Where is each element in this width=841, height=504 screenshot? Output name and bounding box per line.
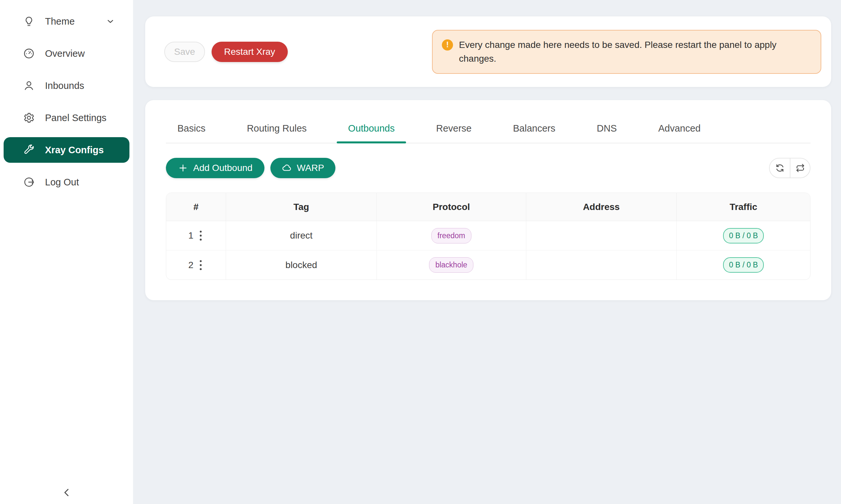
plus-icon [178,163,188,173]
row-index: 1 [188,230,193,241]
alert-warning: ! Every change made here needs to be sav… [432,30,821,74]
repeat-icon [795,163,805,173]
row-menu-button[interactable] [198,229,204,242]
table-header-row: # Tag Protocol Address Traffic [166,193,810,221]
toolbar-buttons: Save Restart Xray [164,42,288,62]
tab-outbounds[interactable]: Outbounds [337,123,406,143]
save-button[interactable]: Save [164,42,205,62]
protocol-badge: freedom [431,228,471,244]
toolbar-card: Save Restart Xray ! Every change made he… [145,16,831,87]
table-row: 1 direct fr [166,221,810,250]
xray-configs-card: Basics Routing Rules Outbounds Reverse B… [145,100,831,300]
sidebar: Theme Overview [0,0,133,504]
tab-reverse[interactable]: Reverse [425,123,483,143]
chevron-down-icon [106,17,115,26]
app-root: Theme Overview [0,0,841,504]
tab-routing-rules[interactable]: Routing Rules [235,123,318,143]
col-header-tag: Tag [226,193,377,221]
wrench-icon [23,144,35,156]
traffic-badge: 0 B / 0 B [723,257,764,273]
main-content: Save Restart Xray ! Every change made he… [133,0,841,504]
sidebar-item-inbounds[interactable]: Inbounds [4,75,130,96]
alert-text: Every change made here needs to be saved… [459,38,811,66]
tab-basics[interactable]: Basics [166,123,217,143]
sidebar-item-label: Xray Configs [45,145,104,156]
user-icon [23,80,35,92]
table-row: 2 blocked b [166,250,810,280]
sidebar-item-panel-settings[interactable]: Panel Settings [4,107,130,128]
gear-icon [23,112,35,124]
dashboard-icon [23,48,35,59]
tag-value: direct [290,230,312,240]
sidebar-item-label: Log Out [45,177,79,188]
logout-icon [23,176,35,188]
col-header-address: Address [526,193,677,221]
outbounds-table: # Tag Protocol Address Traffic 1 [166,193,810,280]
warning-icon: ! [442,39,453,51]
sidebar-item-log-out[interactable]: Log Out [4,172,130,193]
sidebar-nav: Theme Overview [0,0,133,193]
sidebar-item-label: Panel Settings [45,112,106,123]
chevron-left-icon [61,486,73,499]
more-vertical-icon [199,230,202,241]
tabs-bar: Basics Routing Rules Outbounds Reverse B… [166,123,810,143]
traffic-badge: 0 B / 0 B [723,228,764,244]
restart-xray-button[interactable]: Restart Xray [211,42,288,62]
sidebar-item-xray-configs[interactable]: Xray Configs [4,137,130,163]
table-tools-group [769,158,810,178]
add-outbound-button[interactable]: Add Outbound [166,158,264,178]
sidebar-item-overview[interactable]: Overview [4,43,130,64]
repeat-button[interactable] [790,159,810,178]
tab-advanced[interactable]: Advanced [647,123,712,143]
tab-dns[interactable]: DNS [585,123,628,143]
row-index: 2 [188,260,193,270]
protocol-badge: blackhole [429,257,474,273]
col-header-index: # [166,193,226,221]
sidebar-item-label: Theme [45,16,74,27]
warp-button[interactable]: WARP [270,158,336,178]
col-header-protocol: Protocol [377,193,526,221]
col-header-traffic: Traffic [677,193,810,221]
sidebar-collapse-button[interactable] [61,486,73,499]
tab-balancers[interactable]: Balancers [501,123,567,143]
sidebar-item-label: Inbounds [45,80,84,91]
warp-label: WARP [297,163,324,173]
sidebar-item-label: Overview [45,48,85,59]
more-vertical-icon [199,259,202,271]
row-menu-button[interactable] [198,258,204,272]
sync-icon [775,163,785,173]
add-outbound-label: Add Outbound [193,163,253,173]
bulb-icon [23,15,35,27]
refresh-button[interactable] [770,159,790,178]
actions-row: Add Outbound WARP [166,158,810,178]
tag-value: blocked [286,260,317,270]
cloud-icon [281,163,292,173]
sidebar-item-theme[interactable]: Theme [4,11,130,32]
